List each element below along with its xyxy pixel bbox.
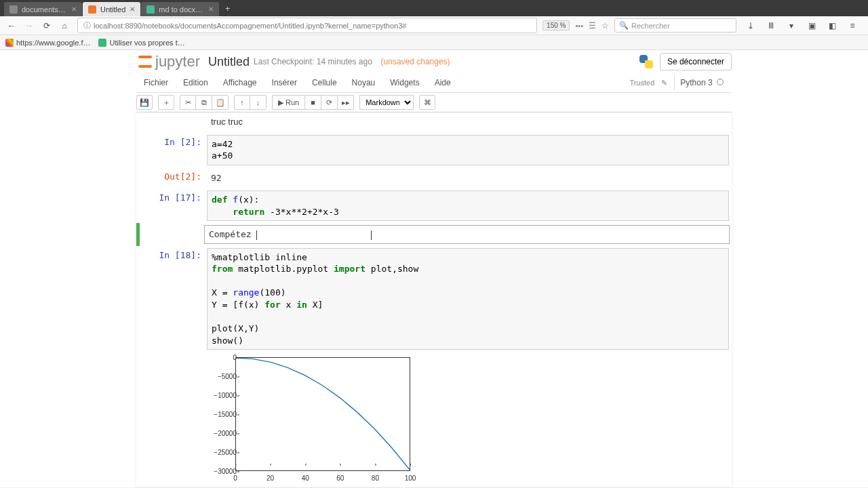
- stop-button[interactable]: ■: [305, 95, 321, 110]
- unsaved-indicator: (unsaved changes): [376, 57, 450, 66]
- tab-close-icon[interactable]: ✕: [71, 5, 77, 13]
- bookmark-favicon: [5, 39, 14, 47]
- logout-button[interactable]: Se déconnecter: [660, 53, 732, 70]
- menu-widgets[interactable]: Widgets: [382, 73, 427, 92]
- cell-prompt-in: In [18]:: [139, 248, 207, 350]
- jupyter-logo-text: jupyter: [155, 53, 200, 70]
- trusted-indicator[interactable]: Trusted: [629, 79, 654, 87]
- move-down-button[interactable]: ↓: [250, 95, 267, 110]
- nav-home-icon[interactable]: ⌂: [57, 18, 72, 33]
- cell-prompt-in: In [2]:: [139, 135, 207, 165]
- restart-run-all-button[interactable]: ▸▸: [338, 95, 354, 110]
- restart-kernel-button[interactable]: ⟳: [321, 95, 338, 110]
- reader-icon[interactable]: ☰: [589, 21, 596, 30]
- markdown-cell-editing[interactable]: Compétez: [136, 223, 732, 246]
- markdown-input[interactable]: Compétez: [204, 225, 730, 244]
- markdown-text: truc truc: [207, 116, 729, 131]
- code-input[interactable]: def f(x): return -3*x**2+2*x-3: [207, 190, 729, 221]
- menu-kernel[interactable]: Noyau: [344, 73, 383, 92]
- python-logo-icon: [638, 54, 654, 70]
- tab-label: Untitled: [100, 5, 125, 14]
- kernel-status-icon: [717, 79, 724, 85]
- pocket-icon[interactable]: ▾: [784, 18, 799, 33]
- cut-button[interactable]: ✂: [180, 95, 196, 110]
- library-icon[interactable]: Ⅲ: [764, 18, 778, 33]
- search-placeholder: Rechercher: [631, 22, 670, 30]
- jupyter-logo-icon: [136, 53, 154, 70]
- menu-edit[interactable]: Edition: [176, 73, 216, 92]
- ellipsis-icon[interactable]: •••: [572, 22, 586, 30]
- download-icon[interactable]: ⤓: [743, 18, 758, 33]
- code-cell[interactable]: In [17]: def f(x): return -3*x**2+2*x-3: [136, 188, 732, 223]
- sidebar-icon[interactable]: ◧: [825, 18, 840, 33]
- nav-back-icon[interactable]: ←: [4, 18, 19, 33]
- menu-insert[interactable]: Insérer: [264, 73, 304, 92]
- tab-label: md to docx - CloudCon: [159, 5, 204, 14]
- nav-forward-icon[interactable]: →: [22, 18, 37, 33]
- code-cell[interactable]: In [2]: a=42 a+50: [136, 133, 732, 167]
- kernel-indicator[interactable]: Python 3: [674, 75, 729, 90]
- save-button[interactable]: 💾: [136, 95, 153, 110]
- star-icon[interactable]: ☆: [599, 21, 612, 30]
- zoom-indicator[interactable]: 150 %: [542, 20, 570, 30]
- move-up-button[interactable]: ↑: [234, 95, 250, 110]
- browser-tab[interactable]: md to docx - CloudCon ✕: [141, 2, 219, 16]
- tab-favicon: [88, 5, 96, 14]
- copy-button[interactable]: ⧉: [196, 95, 212, 110]
- nav-reload-icon[interactable]: ⟳: [39, 18, 54, 33]
- cell-prompt: [139, 116, 207, 131]
- bookmark-item[interactable]: https://www.google.f…: [5, 39, 90, 47]
- plot-output: 0−5000−10000−15000−20000−25000−300000204…: [204, 353, 732, 482]
- menu-cell[interactable]: Cellule: [304, 73, 344, 92]
- tab-favicon: [9, 5, 18, 14]
- cell-prompt-in: In [17]:: [139, 190, 207, 221]
- notebook-title[interactable]: Untitled: [208, 55, 250, 69]
- bookmark-item[interactable]: Utiliser vos propres t…: [98, 39, 184, 47]
- cell-prompt-out: Out[2]:: [139, 169, 207, 187]
- tab-favicon: [146, 5, 155, 14]
- add-cell-button[interactable]: ＋: [158, 95, 174, 110]
- screenshot-icon[interactable]: ▣: [804, 18, 819, 33]
- paste-button[interactable]: 📋: [212, 95, 229, 110]
- code-input[interactable]: %matplotlib inline from matplotlib.pyplo…: [207, 248, 729, 350]
- output-cell: Out[2]: 92: [136, 167, 732, 189]
- menu-help[interactable]: Aide: [427, 73, 458, 92]
- checkpoint-text: Last Checkpoint: 14 minutes ago: [254, 57, 372, 66]
- bookmark-favicon: [98, 39, 106, 47]
- browser-tab-active[interactable]: Untitled ✕: [83, 2, 140, 16]
- markdown-editing-text: Compétez: [209, 229, 256, 239]
- tab-close-icon[interactable]: ✕: [130, 5, 135, 13]
- browser-tab-strip: documentsAccompagn ✕ Untitled ✕ md to do…: [0, 0, 868, 16]
- tab-label: documentsAccompagn: [22, 5, 67, 14]
- cell-type-select[interactable]: Markdown: [359, 95, 414, 110]
- browser-address-bar: ← → ⟳ ⌂ ⓘ localhost:8890/notebooks/docum…: [0, 16, 868, 35]
- search-icon: 🔍: [619, 21, 629, 30]
- text-caret: [256, 230, 257, 240]
- menu-icon[interactable]: ≡: [845, 18, 860, 33]
- run-button[interactable]: ▶ Run: [272, 95, 305, 110]
- new-tab-button[interactable]: +: [220, 1, 235, 16]
- browser-tab[interactable]: documentsAccompagn ✕: [4, 2, 82, 16]
- notebook-page: jupyter Untitled Last Checkpoint: 14 min…: [0, 50, 868, 487]
- command-palette-button[interactable]: ⌘: [419, 95, 435, 110]
- code-input[interactable]: a=42 a+50: [207, 135, 729, 165]
- output-text: 92: [207, 169, 729, 187]
- bookmark-label: https://www.google.f…: [16, 39, 90, 47]
- browser-search-input[interactable]: 🔍 Rechercher: [614, 18, 736, 33]
- line-chart: 0−5000−10000−15000−20000−25000−300000204…: [204, 353, 414, 482]
- bookmark-label: Utiliser vos propres t…: [109, 39, 184, 47]
- notebook-cells: truc truc In [2]: a=42 a+50 Out[2]: 92 I…: [136, 113, 732, 487]
- text-cursor-secondary: [371, 230, 372, 240]
- notebook-header: jupyter Untitled Last Checkpoint: 14 min…: [136, 50, 732, 73]
- menu-view[interactable]: Affichage: [216, 73, 264, 92]
- markdown-output: truc truc: [136, 114, 732, 133]
- menu-file[interactable]: Fichier: [136, 73, 176, 92]
- bookmark-bar: https://www.google.f… Utiliser vos propr…: [0, 35, 868, 50]
- code-cell[interactable]: In [18]: %matplotlib inline from matplot…: [136, 246, 732, 352]
- pencil-icon[interactable]: ✎: [658, 79, 670, 87]
- jupyter-logo[interactable]: jupyter: [136, 53, 200, 70]
- info-icon: ⓘ: [83, 20, 91, 30]
- tab-close-icon[interactable]: ✕: [208, 5, 214, 13]
- url-input[interactable]: ⓘ localhost:8890/notebooks/documentsAcco…: [77, 18, 537, 33]
- url-text: localhost:8890/notebooks/documentsAccomp…: [94, 22, 406, 30]
